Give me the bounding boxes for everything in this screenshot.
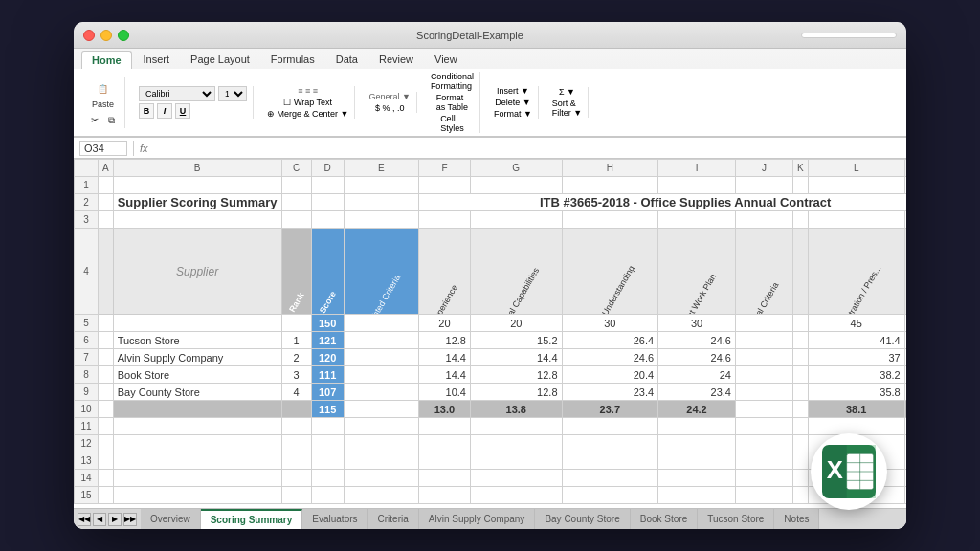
col-I[interactable]: I (658, 160, 736, 177)
editing-group: Σ ▼ Sort &Filter ▼ (546, 87, 589, 118)
minimize-button[interactable] (100, 30, 112, 41)
col-D[interactable]: D (311, 160, 344, 177)
row-12: 12 (75, 435, 907, 452)
tab-prev-button[interactable]: ◀ (93, 513, 106, 526)
close-button[interactable] (83, 30, 95, 41)
tab-next-button[interactable]: ▶ (108, 513, 122, 526)
row-7-alvin: 7 Alvin Supply Company 2 120 14.4 14.4 2… (75, 349, 907, 366)
row-num-6: 6 (75, 332, 99, 349)
row-num-5: 5 (75, 315, 99, 332)
styles-group: ConditionalFormatting Formatas Table Cel… (425, 72, 480, 133)
col-C[interactable]: C (281, 160, 311, 177)
copy-button[interactable]: ⧉ (104, 113, 119, 128)
weight-bafo: 5 (904, 315, 906, 332)
tab-last-button[interactable]: ▶▶ (123, 513, 137, 526)
column-headers-row: A B C D E F G H I J K L M N O (75, 160, 907, 177)
sheet-tab-criteria[interactable]: Criteria (368, 509, 419, 529)
sheet-tab-scoring[interactable]: Scoring Summary (201, 509, 303, 529)
bold-button[interactable]: B (139, 103, 154, 119)
demo-diag-header: Demonstration / Pres... (830, 264, 882, 315)
fx-label: fx (140, 143, 148, 154)
paste-button[interactable]: 📋 Paste (88, 77, 118, 111)
sheet-tab-bay[interactable]: Bay County Store (535, 509, 630, 529)
tab-insert[interactable]: Insert (134, 51, 180, 69)
sheet-tab-overview[interactable]: Overview (141, 509, 201, 529)
book-bid: 20.4 (562, 366, 658, 384)
col-B[interactable]: B (113, 160, 281, 177)
tab-data[interactable]: Data (326, 51, 368, 69)
col-H[interactable]: H (562, 160, 658, 177)
tucson-proj: 24.6 (658, 332, 736, 349)
sheet-grid: A B C D E F G H I J K L M N O (74, 159, 906, 508)
tab-navigation: ◀◀ ◀ ▶ ▶▶ (78, 513, 137, 526)
maximize-button[interactable] (118, 30, 129, 41)
book-exp: 14.4 (418, 366, 470, 384)
row-4-headers: 4 Supplier Rank Score Weighted Criteria (75, 229, 907, 315)
col-G[interactable]: G (470, 160, 562, 177)
sheet-tab-notes[interactable]: Notes (774, 509, 819, 529)
col-J[interactable]: J (735, 160, 792, 177)
row-num-4: 4 (75, 229, 99, 315)
col-K[interactable]: K (792, 160, 808, 177)
italic-button[interactable]: I (157, 103, 172, 119)
col-E[interactable]: E (344, 160, 418, 177)
tucson-demo: 41.4 (808, 332, 904, 349)
window-title: ScoringDetail-Example (139, 30, 801, 41)
alvin-proj: 24.6 (658, 349, 736, 366)
total-bafo: 2.0 (904, 401, 906, 418)
font-family-select[interactable]: Calibri (139, 86, 215, 101)
alvin-exp: 14.4 (418, 349, 470, 366)
total-rank (281, 401, 311, 418)
sheet-tab-alvin[interactable]: Alvin Supply Company (419, 509, 536, 529)
font-size-select[interactable]: 11 (218, 86, 247, 101)
tab-view[interactable]: View (425, 51, 467, 69)
col-M[interactable]: M (904, 160, 906, 177)
tucson-bid: 26.4 (562, 332, 658, 349)
col-A[interactable]: A (99, 160, 114, 177)
cells-group: Insert ▼ Delete ▼ Format ▼ (488, 86, 539, 119)
title-bar: ScoringDetail-Example (74, 22, 906, 49)
search-input[interactable] (801, 33, 897, 38)
sheet-tab-tucson[interactable]: Tucson Store (698, 509, 774, 529)
bay-bafo: 1 (904, 384, 906, 401)
sheet-tab-evaluators[interactable]: Evaluators (302, 509, 368, 529)
svg-text:X: X (827, 456, 843, 483)
font-controls: Calibri 11 B I U (139, 86, 247, 119)
project-diag-header: Project Work Plan (676, 272, 719, 314)
sheet-tab-book[interactable]: Book Store (631, 509, 698, 529)
tab-formulas[interactable]: Formulas (261, 51, 324, 69)
total-tech: 13.8 (470, 401, 562, 418)
tab-first-button[interactable]: ◀◀ (78, 513, 91, 526)
row-15: 15 (75, 487, 907, 504)
tab-review[interactable]: Review (369, 51, 423, 69)
row-14: 14 (75, 470, 907, 487)
score-book: 111 (311, 366, 344, 384)
number-group: General ▼ $ % , .0 (363, 92, 416, 113)
weight-bid: 30 (562, 315, 658, 332)
supplier-col-label: Supplier (176, 265, 218, 278)
formula-separator (133, 141, 134, 156)
col-F[interactable]: F (418, 160, 470, 177)
total-bid: 23.7 (562, 401, 658, 418)
book-demo: 38.2 (808, 366, 904, 384)
weight-demo: 45 (808, 315, 904, 332)
row-6-tucson: 6 Tucson Store 1 121 12.8 15.2 26.4 24.6… (75, 332, 907, 349)
tab-page-layout[interactable]: Page Layout (181, 51, 259, 69)
tab-home[interactable]: Home (81, 51, 132, 69)
grid-table: A B C D E F G H I J K L M N O (74, 159, 906, 504)
weight-tech: 20 (470, 315, 562, 332)
ribbon: Home Insert Page Layout Formulas Data Re… (74, 49, 906, 138)
row-8-book: 8 Book Store 3 111 14.4 12.8 20.4 24 38.… (75, 366, 907, 384)
cell-reference[interactable]: O34 (79, 141, 127, 156)
total-demo: 38.1 (808, 401, 904, 418)
formula-input[interactable] (154, 143, 901, 154)
ribbon-content: 📋 Paste ✂ ⧉ Calibri 11 (74, 69, 906, 137)
cut-button[interactable]: ✂ (87, 113, 102, 128)
underline-button[interactable]: U (175, 103, 190, 119)
weight-exp: 20 (418, 315, 470, 332)
corner-cell (75, 160, 99, 177)
row-num-8: 8 (75, 366, 99, 384)
bay-tech: 12.8 (470, 384, 562, 401)
alignment-group: ≡ ≡ ≡ ☐ Wrap Text ⊕ Merge & Center ▼ (261, 86, 355, 119)
col-L[interactable]: L (808, 160, 904, 177)
